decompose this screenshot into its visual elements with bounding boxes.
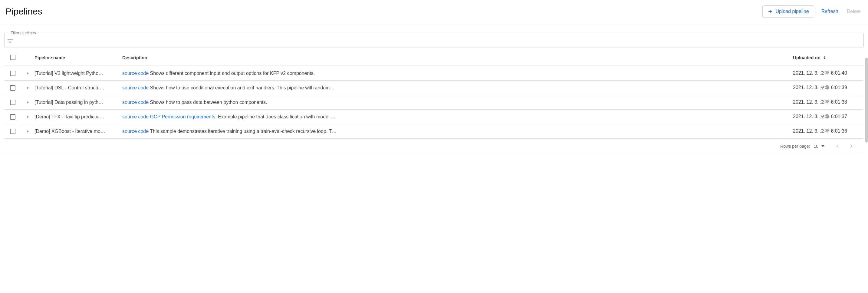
upload-pipeline-label: Upload pipeline (775, 9, 809, 14)
pipeline-name-link[interactable]: [Tutorial] Data passing in pyth… (34, 100, 122, 105)
select-all-checkbox[interactable] (10, 55, 16, 60)
rows-per-page-label: Rows per page: (780, 144, 810, 149)
row-checkbox[interactable] (10, 114, 16, 120)
scrollbar-vertical[interactable] (865, 58, 868, 143)
header-checkbox-cell (4, 55, 21, 60)
description-text: Shows how to use conditional execution a… (149, 85, 334, 90)
filter-input[interactable] (13, 37, 861, 46)
table-row: [Demo] TFX - Taxi tip predictio…source c… (4, 110, 864, 124)
uploaded-on-value: 2021. 12. 3. 오후 6:01:40 (793, 70, 860, 76)
description-cell: source code Shows how to use conditional… (122, 85, 793, 90)
svg-marker-8 (27, 101, 29, 104)
svg-rect-3 (8, 41, 12, 41)
filter-icon (7, 39, 13, 43)
expand-row-icon[interactable] (27, 72, 29, 75)
row-checkbox-cell (4, 85, 21, 90)
chevron-left-icon (836, 144, 839, 148)
header: Pipelines Upload pipeline Refresh Delete (0, 0, 868, 26)
pipeline-name-link[interactable]: [Tutorial] V2 lightweight Pytho… (34, 71, 122, 76)
uploaded-on-value: 2021. 12. 3. 오후 6:01:38 (793, 99, 860, 105)
expand-row-icon[interactable] (27, 130, 29, 133)
svg-marker-11 (822, 145, 825, 147)
row-checkbox-cell (4, 114, 21, 120)
table-body: [Tutorial] V2 lightweight Pytho…source c… (4, 66, 864, 139)
description-cell: source code GCP Permission requirements.… (122, 114, 793, 120)
dropdown-icon (822, 145, 825, 147)
prev-page-button[interactable] (832, 142, 843, 150)
row-checkbox-cell (4, 71, 21, 76)
table-row: [Demo] XGBoost - Iterative mo…source cod… (4, 124, 864, 139)
header-actions: Upload pipeline Refresh Delete (763, 5, 862, 17)
col-uploaded-on[interactable]: Uploaded on (793, 55, 860, 60)
description-text: . Example pipeline that does classificat… (215, 114, 336, 119)
source-code-link[interactable]: source code (122, 100, 149, 105)
col-description[interactable]: Description (122, 55, 793, 60)
expand-cell (21, 115, 34, 118)
row-checkbox[interactable] (10, 85, 16, 90)
upload-pipeline-button[interactable]: Upload pipeline (763, 5, 814, 17)
description-text: This sample demonstrates iterative train… (149, 129, 337, 134)
expand-cell (21, 101, 34, 104)
expand-cell (21, 130, 34, 133)
filter-container: Filter pipelines (0, 26, 868, 49)
description-text: Shows how to pass data between python co… (149, 100, 267, 105)
table-row: [Tutorial] V2 lightweight Pytho…source c… (4, 66, 864, 81)
pipeline-name-link[interactable]: [Demo] XGBoost - Iterative mo… (34, 129, 122, 134)
description-cell: source code Shows how to pass data betwe… (122, 100, 793, 105)
source-code-link[interactable]: source code (122, 114, 149, 119)
expand-cell (21, 86, 34, 89)
pipeline-name-link[interactable]: [Tutorial] DSL - Control structu… (34, 85, 122, 90)
delete-button: Delete (846, 6, 862, 17)
gcp-permission-link[interactable]: GCP Permission requirements (150, 114, 216, 119)
uploaded-on-value: 2021. 12. 3. 오후 6:01:39 (793, 84, 860, 91)
svg-marker-7 (27, 86, 29, 89)
table-row: [Tutorial] Data passing in pyth…source c… (4, 95, 864, 110)
row-checkbox[interactable] (10, 71, 16, 76)
table-header-row: Pipeline name Description Uploaded on (4, 49, 864, 66)
filter-fieldset[interactable]: Filter pipelines (4, 31, 864, 47)
pipelines-table: Pipeline name Description Uploaded on [T… (0, 49, 868, 154)
sort-descending-icon (822, 55, 827, 60)
uploaded-on-value: 2021. 12. 3. 오후 6:01:37 (793, 114, 860, 120)
source-code-link[interactable]: source code (122, 71, 149, 76)
expand-cell (21, 72, 34, 75)
pipeline-name-link[interactable]: [Demo] TFX - Taxi tip predictio… (34, 114, 122, 120)
row-checkbox-cell (4, 100, 21, 105)
refresh-button[interactable]: Refresh (820, 6, 840, 17)
svg-rect-2 (7, 39, 13, 40)
row-checkbox-cell (4, 129, 21, 134)
col-uploaded-label: Uploaded on (793, 55, 820, 60)
col-pipeline-name[interactable]: Pipeline name (34, 55, 122, 60)
svg-rect-4 (9, 42, 11, 43)
filter-legend: Filter pipelines (9, 31, 37, 35)
page-title: Pipelines (5, 6, 42, 16)
source-code-link[interactable]: source code (122, 85, 149, 90)
source-code-link[interactable]: source code (122, 129, 149, 134)
row-checkbox[interactable] (10, 129, 16, 134)
plus-icon (768, 9, 773, 14)
table-row: [Tutorial] DSL - Control structu…source … (4, 81, 864, 95)
expand-row-icon[interactable] (27, 101, 29, 104)
description-cell: source code This sample demonstrates ite… (122, 129, 793, 134)
pagination-bar: Rows per page: 10 (4, 139, 864, 154)
svg-marker-10 (27, 130, 29, 133)
expand-row-icon[interactable] (27, 86, 29, 89)
uploaded-on-value: 2021. 12. 3. 오후 6:01:36 (793, 128, 860, 135)
expand-row-icon[interactable] (27, 115, 29, 118)
rows-per-page-select[interactable]: 10 (813, 144, 829, 149)
description-text: Shows different component input and outp… (149, 71, 315, 76)
description-cell: source code Shows different component in… (122, 71, 793, 76)
svg-marker-9 (27, 115, 29, 118)
row-checkbox[interactable] (10, 100, 16, 105)
svg-marker-6 (27, 72, 29, 75)
chevron-right-icon (850, 144, 853, 148)
rows-per-page-value: 10 (813, 144, 818, 149)
next-page-button[interactable] (846, 142, 857, 150)
